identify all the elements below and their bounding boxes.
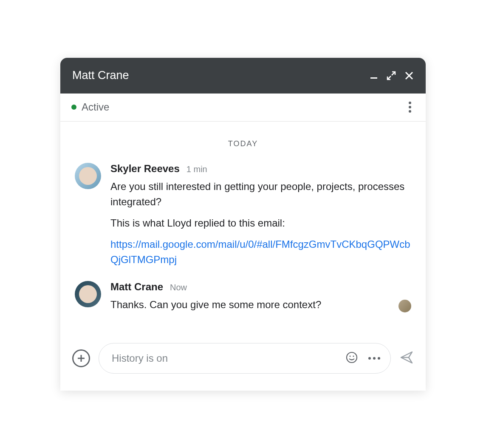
message-paragraph: Thanks. Can you give me some more contex…	[110, 297, 411, 312]
presence-dot	[71, 105, 76, 110]
message-paragraph: Are you still interested in getting your…	[110, 179, 411, 210]
message-link[interactable]: https://mail.google.com/mail/u/0/#all/FM…	[110, 238, 410, 265]
date-separator: TODAY	[75, 139, 411, 148]
sender-name: Skyler Reeves	[110, 163, 180, 175]
chat-window: Matt Crane Active	[60, 58, 426, 391]
compose-input-wrap	[99, 343, 391, 374]
message: Matt Crane Now Thanks. Can you give me s…	[75, 281, 411, 312]
more-compose-icon[interactable]	[368, 357, 380, 360]
message-content: Are you still interested in getting your…	[110, 179, 411, 267]
compose-bar	[60, 343, 426, 391]
messages-area: TODAY Skyler Reeves 1 min Are you still …	[60, 122, 426, 343]
message-timestamp: Now	[170, 283, 187, 292]
svg-point-1	[347, 352, 357, 363]
compose-input[interactable]	[112, 352, 345, 364]
svg-point-3	[353, 355, 354, 357]
presence-text: Active	[82, 101, 109, 113]
minimize-icon[interactable]	[370, 71, 378, 80]
more-options-icon[interactable]	[405, 96, 415, 118]
message: Skyler Reeves 1 min Are you still intere…	[75, 163, 411, 267]
read-receipt-avatar	[398, 300, 411, 312]
chat-header: Matt Crane	[60, 58, 426, 94]
message-paragraph: This is what Lloyd replied to this email…	[110, 215, 411, 231]
close-icon[interactable]	[404, 71, 414, 80]
sender-name: Matt Crane	[110, 281, 163, 293]
add-attachment-button[interactable]	[72, 349, 90, 367]
header-controls	[370, 71, 414, 80]
svg-point-2	[350, 355, 351, 357]
avatar[interactable]	[75, 281, 101, 307]
expand-icon[interactable]	[387, 71, 396, 80]
status-bar: Active	[60, 94, 426, 122]
avatar[interactable]	[75, 163, 101, 189]
message-timestamp: 1 min	[186, 164, 207, 174]
chat-title: Matt Crane	[72, 69, 129, 82]
message-content: Thanks. Can you give me some more contex…	[110, 297, 411, 312]
send-button[interactable]	[399, 350, 414, 366]
svg-rect-0	[370, 77, 377, 79]
emoji-icon[interactable]	[345, 351, 358, 366]
